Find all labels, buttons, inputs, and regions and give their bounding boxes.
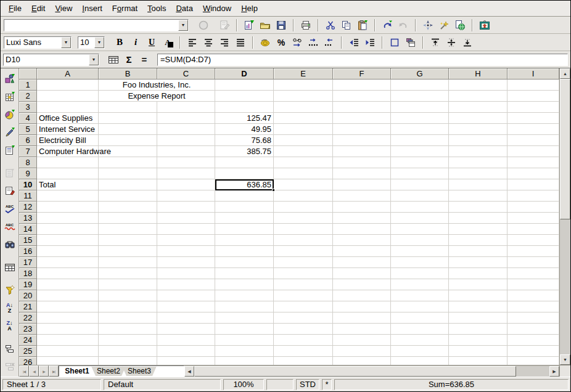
- cell-A12[interactable]: [37, 202, 99, 213]
- next-sheet-button[interactable]: ▶: [39, 365, 49, 377]
- cell-H11[interactable]: [449, 190, 507, 202]
- redo-button[interactable]: [396, 18, 411, 33]
- cell-D5[interactable]: 49.95: [215, 124, 274, 135]
- align-right-button[interactable]: [217, 35, 232, 50]
- row-header-4[interactable]: 4: [19, 113, 37, 124]
- row-header-7[interactable]: 7: [19, 146, 37, 157]
- cell-F1[interactable]: [333, 80, 391, 91]
- column-header-A[interactable]: A: [37, 68, 99, 80]
- cell-H26[interactable]: [449, 357, 507, 365]
- cell-B11[interactable]: [99, 190, 157, 202]
- cell-B22[interactable]: [99, 312, 157, 324]
- data-sources-button[interactable]: [2, 260, 17, 275]
- row-header-13[interactable]: 13: [19, 213, 37, 224]
- cell-G18[interactable]: [391, 268, 449, 279]
- cell-F17[interactable]: [333, 257, 391, 268]
- decrease-indent-button[interactable]: [347, 35, 361, 50]
- delete-decimal-place-button[interactable]: [322, 35, 337, 50]
- font-name-dropdown[interactable]: ▼: [61, 37, 71, 48]
- cell-H13[interactable]: [449, 213, 507, 224]
- cell-I2[interactable]: [507, 91, 559, 102]
- cell-A23[interactable]: [37, 324, 99, 335]
- cell-C4[interactable]: [157, 113, 215, 124]
- cell-C5[interactable]: [157, 124, 215, 135]
- cell-G15[interactable]: [391, 235, 449, 246]
- cell-B2-merged[interactable]: Expense Report: [99, 91, 215, 102]
- cell-C3[interactable]: [157, 102, 215, 113]
- cell-D14[interactable]: [215, 224, 274, 235]
- cell-F25[interactable]: [333, 346, 391, 357]
- sheet-tab-sheet1[interactable]: Sheet1: [59, 366, 95, 376]
- cell-C8[interactable]: [157, 157, 215, 168]
- cell-A26[interactable]: [37, 357, 99, 365]
- row-header-17[interactable]: 17: [19, 257, 37, 268]
- undo-button[interactable]: [380, 18, 395, 33]
- cell-F11[interactable]: [333, 190, 391, 202]
- cell-F5[interactable]: [333, 124, 391, 135]
- cell-A15[interactable]: [37, 235, 99, 246]
- cell-C20[interactable]: [157, 290, 215, 301]
- cell-reference-input[interactable]: [4, 54, 89, 65]
- cell-D26[interactable]: [215, 357, 274, 365]
- cell-D12[interactable]: [215, 202, 274, 213]
- last-sheet-button[interactable]: ▶|: [49, 365, 59, 377]
- row-header-25[interactable]: 25: [19, 346, 37, 357]
- cell-I24[interactable]: [507, 335, 559, 346]
- cell-B19[interactable]: [99, 279, 157, 290]
- cell-D16[interactable]: [215, 246, 274, 257]
- cell-F18[interactable]: [333, 268, 391, 279]
- cell-F8[interactable]: [333, 157, 391, 168]
- cell-H12[interactable]: [449, 202, 507, 213]
- cell-H21[interactable]: [449, 301, 507, 312]
- align-bottom-button[interactable]: [460, 35, 475, 50]
- cell-A11[interactable]: [37, 190, 99, 202]
- url-dropdown-button[interactable]: ▼: [178, 20, 188, 31]
- find-replace-button[interactable]: [2, 237, 17, 252]
- cell-H7[interactable]: [449, 146, 507, 157]
- underline-button[interactable]: U: [144, 35, 159, 50]
- cell-G23[interactable]: [391, 324, 449, 335]
- cell-H25[interactable]: [449, 346, 507, 357]
- cell-I17[interactable]: [507, 257, 559, 268]
- cell-F6[interactable]: [333, 135, 391, 146]
- autoformat-button[interactable]: [2, 184, 17, 198]
- formula-input[interactable]: [158, 54, 567, 65]
- cell-E9[interactable]: [274, 168, 333, 179]
- cell-E19[interactable]: [274, 279, 333, 290]
- cell-H15[interactable]: [449, 235, 507, 246]
- cell-D10[interactable]: 636.85: [215, 179, 274, 190]
- save-document-button[interactable]: [274, 18, 289, 33]
- row-header-12[interactable]: 12: [19, 202, 37, 213]
- cell-C6[interactable]: [157, 135, 215, 146]
- spellcheck-button[interactable]: ABC: [2, 202, 17, 216]
- stop-loading-button[interactable]: [196, 18, 211, 33]
- cell-E23[interactable]: [274, 324, 333, 335]
- cell-F10[interactable]: [333, 179, 391, 190]
- cell-G21[interactable]: [391, 301, 449, 312]
- cell-G6[interactable]: [391, 135, 449, 146]
- cell-H24[interactable]: [449, 335, 507, 346]
- status-selection-mode[interactable]: STD: [296, 379, 319, 390]
- cell-B4[interactable]: [99, 113, 157, 124]
- cell-G19[interactable]: [391, 279, 449, 290]
- align-justify-button[interactable]: [233, 35, 248, 50]
- row-header-11[interactable]: 11: [19, 190, 37, 202]
- cell-B26[interactable]: [99, 357, 157, 365]
- row-header-9[interactable]: 9: [19, 168, 37, 179]
- cell-A5[interactable]: Internet Service: [37, 124, 99, 135]
- cell-F16[interactable]: [333, 246, 391, 257]
- horizontal-scrollbar[interactable]: ◀ ▶: [184, 365, 559, 377]
- cell-I8[interactable]: [507, 157, 559, 168]
- cell-B3[interactable]: [99, 102, 157, 113]
- cell-D24[interactable]: [215, 335, 274, 346]
- align-center-button[interactable]: [201, 35, 216, 50]
- cell-D3[interactable]: [215, 102, 274, 113]
- cell-A2[interactable]: [37, 91, 99, 102]
- cell-C14[interactable]: [157, 224, 215, 235]
- cell-I3[interactable]: [507, 102, 559, 113]
- cell-G8[interactable]: [391, 157, 449, 168]
- cell-E16[interactable]: [274, 246, 333, 257]
- cell-G14[interactable]: [391, 224, 449, 235]
- cell-B14[interactable]: [99, 224, 157, 235]
- cell-F26[interactable]: [333, 357, 391, 365]
